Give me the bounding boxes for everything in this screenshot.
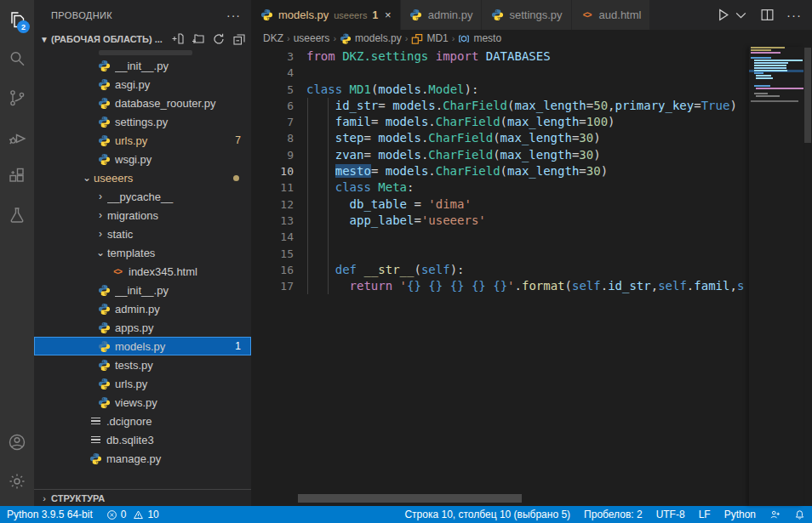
code-line-6[interactable]: 6 id_str= models.CharField(max_length=50…: [251, 98, 749, 114]
line-number[interactable]: 6: [251, 98, 294, 114]
breadcrumb-item-md1[interactable]: MD1: [411, 32, 448, 44]
tree-item-useeers[interactable]: ⌄useeers: [34, 168, 251, 187]
line-number[interactable]: 3: [251, 48, 294, 65]
new-folder-icon[interactable]: [192, 32, 205, 46]
search-icon[interactable]: [0, 39, 34, 78]
code-line-10[interactable]: 10 mesto= models.CharField(max_length=30…: [251, 163, 749, 179]
collapse-all-icon[interactable]: [232, 32, 246, 46]
cursor-position-status[interactable]: Строка 10, столбец 10 (выбрано 5): [397, 506, 577, 523]
breadcrumb-item-dkz[interactable]: DKZ: [263, 32, 283, 44]
code-line-8[interactable]: 8 step= models.CharField(max_length=30): [251, 130, 749, 146]
code-line-5[interactable]: 5class MD1(models.Model):: [251, 82, 749, 98]
tab-models-py[interactable]: models.py useeers 1 ×: [251, 0, 401, 30]
notifications-bell-icon[interactable]: [787, 506, 812, 523]
account-icon[interactable]: [0, 423, 34, 462]
code-line-17[interactable]: 17 return '{} {} {} {} {}'.format(self.i…: [251, 278, 749, 294]
line-number[interactable]: 7: [251, 114, 294, 130]
language-mode-status[interactable]: Python: [718, 506, 763, 523]
run-dropdown-icon[interactable]: [734, 8, 748, 22]
tree-item-static[interactable]: ›static: [34, 225, 251, 243]
breadcrumb-item-mesto[interactable]: mesto: [458, 32, 501, 44]
encoding-status[interactable]: UTF-8: [649, 506, 692, 523]
tree-item--init-py[interactable]: __init__.py: [34, 56, 251, 75]
vertical-scrollbar-thumb[interactable]: [804, 48, 811, 143]
more-actions-icon[interactable]: ···: [786, 8, 802, 22]
vertical-scrollbar[interactable]: [803, 47, 812, 506]
tree-item-urls-py[interactable]: urls.py: [34, 374, 251, 393]
code-line-7[interactable]: 7 famil= models.CharField(max_length=100…: [251, 114, 749, 130]
indentation-status[interactable]: Пробелов: 2: [577, 506, 649, 523]
tab-aud-html[interactable]: <> aud.html: [572, 0, 651, 30]
split-editor-icon[interactable]: [760, 8, 775, 22]
line-number[interactable]: 9: [251, 147, 294, 163]
tree-item-asgi-py[interactable]: asgi.py: [34, 75, 251, 94]
tree-item-index345-html[interactable]: <>index345.html: [34, 262, 251, 281]
tree-item-urls-py[interactable]: urls.py7: [34, 131, 251, 150]
code-line-12[interactable]: 12 db_table = 'dima': [251, 196, 749, 213]
eol-status[interactable]: LF: [692, 506, 718, 523]
settings-gear-icon[interactable]: [0, 462, 34, 501]
tree-item-admin-py[interactable]: admin.py: [34, 299, 251, 318]
line-number[interactable]: 5: [251, 82, 294, 98]
tree-item--pycache-[interactable]: ›__pycache__: [34, 187, 251, 206]
line-number[interactable]: 17: [251, 278, 294, 294]
tree-item-migrations[interactable]: ›migrations: [34, 206, 251, 225]
outline-section-header[interactable]: › СТРУКТУРА: [34, 489, 251, 506]
code-line-15[interactable]: 15: [251, 246, 749, 262]
code-line-16[interactable]: 16 def __str__(self):: [251, 262, 749, 278]
line-number[interactable]: 12: [251, 196, 294, 213]
feedback-icon[interactable]: [763, 506, 787, 523]
tree-item-wsgi-py[interactable]: wsgi.py: [34, 150, 251, 168]
tree-item-views-py[interactable]: views.py: [34, 393, 251, 412]
tree-item-partial[interactable]: [34, 48, 251, 56]
workspace-header[interactable]: ▼ (РАБОЧАЯ ОБЛАСТЬ) ...: [34, 30, 251, 48]
code-line-11[interactable]: 11 class Meta:: [251, 179, 749, 196]
tree-item-tests-py[interactable]: tests.py: [34, 355, 251, 374]
line-number[interactable]: 10: [251, 163, 294, 179]
tab-settings-py[interactable]: settings.py: [482, 0, 571, 30]
run-button[interactable]: [716, 8, 730, 22]
tab-bar-empty: [650, 0, 706, 30]
minimap[interactable]: [749, 47, 803, 506]
tree-item-db-sqlite3[interactable]: db.sqlite3: [34, 430, 251, 449]
code-line-13[interactable]: 13 app_label='useeers': [251, 213, 749, 229]
tab-admin-py[interactable]: admin.py: [401, 0, 483, 30]
breadcrumb-item-models-py[interactable]: models.py: [340, 32, 402, 44]
line-number[interactable]: 8: [251, 130, 294, 146]
explorer-more-icon[interactable]: ···: [226, 9, 241, 22]
code-editor[interactable]: 3from DKZ.settings import DATABASES45cla…: [251, 47, 749, 506]
code-line-9[interactable]: 9 zvan= models.CharField(max_length=30): [251, 147, 749, 163]
line-number[interactable]: 16: [251, 262, 294, 278]
problems-status[interactable]: 0 10: [100, 506, 166, 523]
testing-icon[interactable]: [0, 196, 34, 235]
tree-item-templates[interactable]: ⌄templates: [34, 243, 251, 262]
code-line-14[interactable]: 14: [251, 229, 749, 245]
explorer-icon[interactable]: 2: [0, 0, 34, 39]
line-number[interactable]: 15: [251, 246, 294, 262]
breadcrumb-item-useeers[interactable]: useeers: [294, 32, 330, 44]
tab-label: settings.py: [509, 9, 562, 21]
run-debug-icon[interactable]: [0, 117, 34, 156]
tree-item-label: tests.py: [115, 359, 251, 372]
tree-item--dcignore[interactable]: .dcignore: [34, 412, 251, 430]
source-control-icon[interactable]: [0, 78, 34, 117]
code-line-text: famil= models.CharField(max_length=100): [306, 114, 615, 130]
close-icon[interactable]: ×: [385, 9, 392, 21]
tree-item-manage-py[interactable]: manage.py: [34, 449, 251, 468]
tree-item-database-roouter-py[interactable]: database_roouter.py: [34, 94, 251, 112]
code-line-4[interactable]: 4: [251, 65, 749, 81]
refresh-icon[interactable]: [212, 32, 226, 46]
line-number[interactable]: 13: [251, 213, 294, 229]
python-interpreter-status[interactable]: Python 3.9.5 64-bit: [0, 506, 100, 523]
tree-item-settings-py[interactable]: settings.py: [34, 112, 251, 131]
line-number[interactable]: 11: [251, 179, 294, 196]
line-number[interactable]: 14: [251, 229, 294, 245]
new-file-icon[interactable]: [171, 32, 185, 46]
line-number[interactable]: 4: [251, 65, 294, 81]
code-line-3[interactable]: 3from DKZ.settings import DATABASES: [251, 48, 749, 65]
tree-item-apps-py[interactable]: apps.py: [34, 318, 251, 337]
extensions-icon[interactable]: [0, 156, 34, 196]
tree-item--init-py[interactable]: __init__.py: [34, 281, 251, 299]
horizontal-scrollbar[interactable]: [298, 494, 522, 503]
tree-item-models-py[interactable]: models.py1: [34, 337, 251, 355]
